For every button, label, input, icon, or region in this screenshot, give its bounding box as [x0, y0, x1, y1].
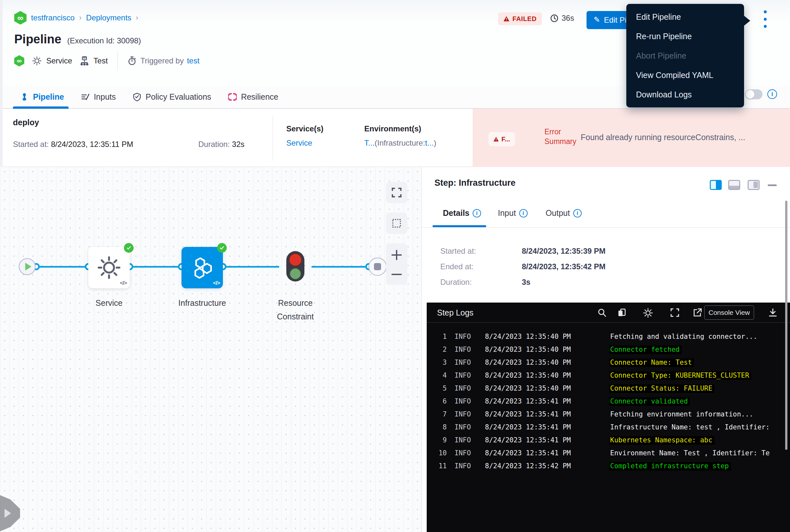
menu-item-rerun-pipeline[interactable]: Re-run Pipeline [626, 26, 744, 46]
detail-row-duration: Duration: 3s [440, 278, 472, 287]
node-service[interactable]: </> [88, 247, 130, 288]
breadcrumb-org[interactable]: testfrancisco [31, 13, 75, 22]
info-icon[interactable]: i [573, 209, 582, 217]
console-header: Step Logs [427, 303, 790, 323]
info-icon[interactable]: i [473, 209, 481, 217]
clock-icon [550, 14, 559, 23]
more-options-button[interactable] [759, 10, 771, 28]
stop-icon [374, 263, 381, 270]
console-view-button[interactable]: Console View [704, 305, 754, 320]
duration-label: Duration: [198, 140, 230, 149]
view-toggle-switch[interactable] [745, 89, 763, 99]
detail-row-started: Started at: 8/24/2023, 12:35:39 PM [440, 247, 476, 255]
chevron-right-icon: › [79, 14, 81, 22]
page-title: Pipeline [14, 32, 61, 46]
tab-policy-evaluations[interactable]: Policy Evaluations [133, 92, 211, 101]
node-infrastructure[interactable]: </> [181, 247, 223, 288]
node-infrastructure-label: Infrastructure [160, 296, 244, 310]
hexagons-icon [190, 255, 215, 280]
menu-item-edit-pipeline[interactable]: Edit Pipeline [626, 7, 744, 26]
tab-inputs[interactable]: Inputs [81, 92, 116, 101]
environments-column-header: Environment(s) [364, 124, 421, 133]
layout-split-view-button[interactable] [710, 180, 722, 190]
log-download-button[interactable] [768, 308, 778, 318]
started-at-label: Started at: [13, 140, 49, 149]
log-settings-button[interactable] [643, 308, 653, 318]
error-summary-label: ErrorSummary [544, 127, 583, 146]
step-panel-title: Step: Infrastructure [435, 178, 516, 188]
duration-value: 32s [232, 140, 245, 149]
log-search-button[interactable] [597, 308, 607, 318]
play-icon [25, 263, 32, 270]
log-line: 8 INFO 8/24/2023 12:35:41 PM Infrastruct… [427, 423, 790, 436]
step-logs-console: Step Logs [427, 303, 790, 532]
started-at-value: 8/24/2023, 12:35:39 PM [522, 247, 716, 255]
log-lines: 1 INFO 8/24/2023 12:35:40 PM Fetching an… [427, 323, 790, 475]
warning-icon [493, 136, 499, 142]
log-line: 10 INFO 8/24/2023 12:35:41 PM Environmen… [427, 449, 790, 462]
canvas-select-button[interactable] [386, 213, 407, 234]
info-icon[interactable]: i [767, 89, 777, 99]
warning-icon [503, 16, 509, 22]
info-icon[interactable]: i [519, 209, 528, 217]
environment-icon [80, 56, 89, 66]
pipeline-logo-icon: ∞ [14, 55, 24, 66]
layout-bottom-view-button[interactable] [728, 180, 740, 190]
log-line: 2 INFO 8/24/2023 12:35:40 PM Connector f… [427, 346, 790, 359]
window-edge [0, 0, 3, 167]
minimize-panel-button[interactable] [768, 185, 777, 186]
stage-summary-bar: deploy Started at: 8/24/2023, 12:35:11 P… [0, 109, 790, 167]
expand-left-panel-handle[interactable] [0, 495, 20, 531]
pipeline-canvas[interactable]: </> Service </> Infrastructure ResourceC… [0, 167, 421, 532]
status-badge: FAILED [498, 12, 542, 25]
pipeline-options-menu: Edit Pipeline Re-run Pipeline Abort Pipe… [626, 4, 744, 108]
error-summary-message: Found already running resourceConstrains… [581, 133, 745, 142]
environment-name[interactable]: Test [94, 56, 108, 65]
download-icon [768, 308, 778, 318]
error-summary-zone: F... ErrorSummary Found already running … [473, 109, 790, 167]
started-at-value: 8/24/2023, 12:35:11 PM [51, 140, 133, 149]
stage-name[interactable]: deploy [13, 118, 39, 127]
step-details-panel: Step: Infrastructure Detailsi Inputi Out… [421, 167, 790, 532]
tab-output[interactable]: Outputi [546, 208, 582, 218]
ended-at-value: 8/24/2023, 12:35:42 PM [522, 262, 716, 271]
node-resource-constraint-label: ResourceConstraint [253, 296, 338, 323]
layout-right-view-button[interactable] [748, 180, 759, 190]
menu-item-view-compiled-yaml[interactable]: View Compiled YAML [626, 65, 744, 85]
code-tag: </> [120, 280, 127, 286]
arrow-right-icon [4, 509, 11, 518]
log-copy-button[interactable] [617, 308, 627, 318]
services-column-header: Service(s) [286, 124, 324, 133]
green-light-icon [290, 268, 301, 280]
service-link[interactable]: Service [286, 138, 312, 148]
detail-row-ended: Ended at: 8/24/2023, 12:35:42 PM [440, 262, 474, 271]
divider [117, 51, 118, 71]
log-open-new-tab-button[interactable] [693, 308, 702, 318]
log-fullscreen-button[interactable] [670, 308, 680, 318]
tab-details[interactable]: Detailsi [443, 208, 481, 218]
menu-item-download-logs[interactable]: Download Logs [626, 85, 744, 104]
canvas-fullscreen-button[interactable] [386, 182, 407, 203]
environment-link[interactable]: T...(Infrastructure:t...) [364, 138, 437, 148]
chevron-right-icon: › [136, 14, 138, 22]
breadcrumb-deployments[interactable]: Deployments [86, 13, 131, 22]
log-line: 6 INFO 8/24/2023 12:35:41 PM Connector v… [427, 397, 790, 410]
service-name[interactable]: Service [46, 56, 72, 65]
log-line: 5 INFO 8/24/2023 12:35:40 PM Connector S… [427, 384, 790, 397]
tab-resilience[interactable]: Resilience [228, 92, 278, 101]
pipeline-icon [20, 93, 29, 101]
tab-input[interactable]: Inputi [498, 208, 528, 218]
tab-pipeline[interactable]: Pipeline [20, 92, 64, 101]
gear-icon [643, 308, 653, 318]
end-node[interactable] [368, 258, 387, 276]
log-line: 9 INFO 8/24/2023 12:35:41 PM Kubernetes … [427, 436, 790, 449]
edge-constraint-end [311, 266, 369, 268]
fullscreen-icon [391, 187, 402, 198]
node-service-label: Service [67, 296, 151, 310]
panel-scrollbar[interactable] [785, 201, 787, 450]
trigger-user-link[interactable]: test [187, 56, 199, 65]
node-resource-constraint[interactable] [286, 251, 304, 282]
start-node[interactable] [19, 258, 36, 275]
breadcrumb: ∞ testfrancisco › Deployments › [14, 11, 138, 24]
edge-start-service [36, 266, 88, 268]
